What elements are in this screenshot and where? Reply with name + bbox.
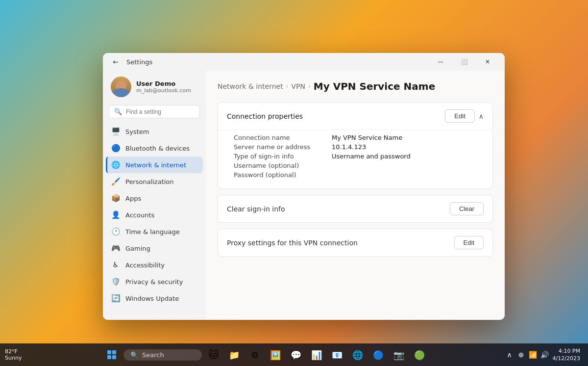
taskbar-weather: 82°F Sunny	[0, 348, 26, 361]
network-tray-icon[interactable]: 📶	[528, 350, 538, 360]
sidebar-item-label-bluetooth: Bluetooth & devices	[125, 145, 190, 152]
clear-signin-button[interactable]: Clear	[450, 202, 484, 215]
avatar	[111, 77, 131, 97]
svg-rect-1	[112, 350, 116, 354]
bluetooth-tray-icon[interactable]: ⊕	[516, 350, 526, 360]
connection-properties-card: Connection properties Edit ∧ Connection …	[218, 102, 493, 189]
taskbar-icon-1[interactable]: 🐱	[205, 346, 222, 364]
taskbar-right: ∧ ⊕ 📶 🔊 4:10 PM 4/12/2023	[505, 347, 588, 363]
sidebar-item-label-accounts: Accounts	[125, 211, 154, 219]
prop-row: Server name or address 10.1.4.123	[234, 143, 484, 151]
taskbar-search-icon: 🔍	[130, 351, 138, 359]
prop-label: Username (optional)	[234, 162, 322, 169]
taskbar-icon-9[interactable]: 🔵	[369, 346, 387, 364]
sidebar-item-system[interactable]: 🖥️ System	[106, 123, 203, 140]
sidebar-item-gaming[interactable]: 🎮 Gaming	[106, 240, 203, 257]
connection-edit-button[interactable]: Edit	[445, 109, 474, 123]
settings-window: ← Settings — ⬜ ✕ User Demo m_lab@outlook…	[103, 53, 505, 320]
sidebar-item-bluetooth[interactable]: 🔵 Bluetooth & devices	[106, 140, 203, 157]
proxy-settings-card: Proxy settings for this VPN connection E…	[218, 229, 493, 257]
prop-value: My VPN Service Name	[332, 134, 402, 141]
taskbar-icon-7[interactable]: 📧	[328, 346, 346, 364]
gaming-icon: 🎮	[111, 243, 121, 253]
bluetooth-icon: 🔵	[111, 143, 121, 153]
window-title: Settings	[126, 58, 425, 66]
prop-value: 10.1.4.123	[332, 143, 366, 151]
taskbar-search-label: Search	[142, 351, 164, 359]
sidebar-item-time[interactable]: 🕐 Time & language	[106, 223, 203, 240]
breadcrumb-sep1: ›	[286, 83, 289, 90]
taskbar-icon-2[interactable]: 📁	[225, 346, 243, 364]
sidebar-item-personalization[interactable]: 🖌️ Personalization	[106, 173, 203, 190]
minimize-button[interactable]: —	[429, 54, 452, 69]
window-body: User Demo m_lab@outlook.com 🔍 🖥️ System …	[103, 71, 505, 320]
prop-row: Password (optional)	[234, 171, 484, 179]
prop-label: Server name or address	[234, 143, 322, 151]
sidebar-item-network[interactable]: 🌐 Network & internet	[106, 157, 203, 173]
clear-signin-row: Clear sign-in info Clear	[218, 195, 492, 222]
prop-label: Type of sign-in info	[234, 153, 322, 160]
sidebar-item-label-gaming: Gaming	[125, 245, 150, 252]
prop-row: Username (optional)	[234, 162, 484, 169]
time-icon: 🕐	[111, 227, 121, 236]
taskbar-icon-3[interactable]: ⚙️	[246, 346, 264, 364]
sys-tray-arrow[interactable]: ∧	[505, 350, 514, 360]
taskbar-icon-10[interactable]: 📷	[390, 346, 408, 364]
network-icon: 🌐	[111, 160, 121, 170]
windows-update-icon: 🔄	[111, 293, 121, 303]
back-button[interactable]: ←	[109, 55, 122, 69]
breadcrumb-sep2: ›	[308, 83, 311, 90]
prop-row: Type of sign-in info Username and passwo…	[234, 153, 484, 160]
close-button[interactable]: ✕	[476, 54, 499, 69]
volume-tray-icon[interactable]: 🔊	[540, 350, 550, 360]
breadcrumb-part1[interactable]: Network & internet	[218, 82, 283, 90]
proxy-edit-button[interactable]: Edit	[454, 236, 484, 249]
sidebar-item-label-time: Time & language	[125, 228, 180, 235]
proxy-settings-label: Proxy settings for this VPN connection	[227, 239, 358, 247]
sidebar-item-label-system: System	[125, 128, 149, 135]
card-header-right: Edit ∧	[445, 109, 484, 123]
taskbar-icon-5[interactable]: 💬	[287, 346, 305, 364]
taskbar-search[interactable]: 🔍 Search	[123, 349, 202, 361]
clock-time: 4:10 PM	[553, 347, 580, 355]
settings-search[interactable]: 🔍	[109, 105, 200, 118]
taskbar-icon-4[interactable]: 🖼️	[267, 346, 284, 364]
sidebar-item-windows-update[interactable]: 🔄 Windows Update	[106, 290, 203, 307]
start-button[interactable]	[103, 346, 121, 364]
taskbar: 82°F Sunny 🔍 Search 🐱 📁 ⚙️ 🖼️	[0, 343, 588, 366]
sidebar-item-label-network: Network & internet	[125, 161, 186, 169]
apps-icon: 📦	[111, 193, 121, 203]
clear-signin-label: Clear sign-in info	[227, 205, 285, 213]
card-header-connection[interactable]: Connection properties Edit ∧	[218, 103, 492, 130]
system-icon: 🖥️	[111, 127, 121, 136]
user-profile: User Demo m_lab@outlook.com	[103, 71, 206, 102]
sidebar-item-accounts[interactable]: 👤 Accounts	[106, 207, 203, 223]
taskbar-clock[interactable]: 4:10 PM 4/12/2023	[553, 347, 582, 363]
window-controls: — ⬜ ✕	[429, 54, 499, 69]
maximize-button[interactable]: ⬜	[453, 54, 475, 69]
sidebar-item-label-personalization: Personalization	[125, 178, 174, 185]
sidebar: User Demo m_lab@outlook.com 🔍 🖥️ System …	[103, 71, 206, 320]
user-name: User Demo	[136, 80, 198, 87]
prop-label: Password (optional)	[234, 171, 322, 179]
sidebar-item-privacy[interactable]: 🛡️ Privacy & security	[106, 273, 203, 290]
nav-items: 🖥️ System 🔵 Bluetooth & devices 🌐 Networ…	[103, 122, 206, 316]
accessibility-icon: ♿	[111, 260, 121, 270]
privacy-icon: 🛡️	[111, 277, 121, 287]
clock-date: 4/12/2023	[553, 355, 580, 362]
settings-search-input[interactable]	[126, 108, 199, 115]
sidebar-item-label-windows-update: Windows Update	[125, 295, 179, 302]
accounts-icon: 👤	[111, 210, 121, 220]
chevron-up-icon: ∧	[479, 112, 484, 120]
title-bar: ← Settings — ⬜ ✕	[103, 53, 505, 71]
sidebar-item-accessibility[interactable]: ♿ Accessibility	[106, 257, 203, 273]
taskbar-icon-8[interactable]: 🌐	[349, 346, 367, 364]
search-icon: 🔍	[114, 108, 122, 115]
personalization-icon: 🖌️	[111, 177, 121, 186]
taskbar-icon-11[interactable]: 🟢	[411, 346, 428, 364]
sidebar-item-label-apps: Apps	[125, 195, 141, 202]
breadcrumb-part2[interactable]: VPN	[291, 82, 305, 90]
taskbar-icon-6[interactable]: 📊	[308, 346, 325, 364]
sidebar-item-label-privacy: Privacy & security	[125, 278, 183, 286]
sidebar-item-apps[interactable]: 📦 Apps	[106, 190, 203, 207]
